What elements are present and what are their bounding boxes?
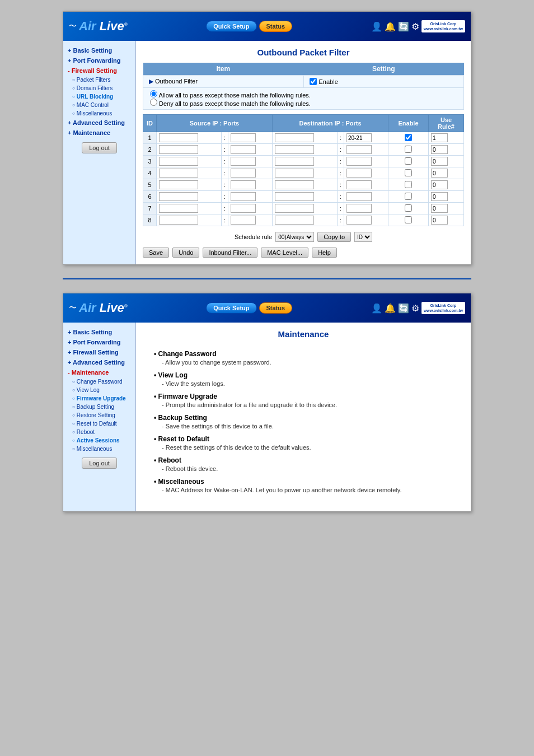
undo-button[interactable]: Undo bbox=[172, 248, 199, 258]
gear-icon-2[interactable]: ⚙ bbox=[411, 303, 419, 314]
rule-input[interactable] bbox=[431, 204, 448, 213]
dst-ip-input[interactable] bbox=[275, 216, 314, 225]
rule-input[interactable] bbox=[431, 133, 448, 142]
inbound-filter-button[interactable]: Inbound Filter... bbox=[203, 248, 257, 258]
sidebar2-active-sessions[interactable]: Active Sessions bbox=[63, 436, 135, 445]
row-enable-checkbox[interactable] bbox=[405, 193, 412, 200]
dst-ip-input[interactable] bbox=[275, 169, 314, 178]
user-icon-2[interactable]: 👤 bbox=[371, 303, 382, 314]
enable-checkbox[interactable] bbox=[310, 78, 317, 85]
row-enable-checkbox[interactable] bbox=[405, 157, 412, 165]
sidebar-subitem-url-blocking[interactable]: URL Blocking bbox=[63, 92, 135, 101]
sidebar2-reset-to-default[interactable]: Reset to Default bbox=[63, 419, 135, 428]
schedule-select[interactable]: 00)Always bbox=[275, 232, 314, 242]
src-port-input[interactable] bbox=[231, 133, 256, 142]
dst-port-input[interactable] bbox=[346, 157, 372, 166]
dst-ip-input[interactable] bbox=[275, 145, 314, 154]
quick-setup-btn-2[interactable]: Quick Setup bbox=[206, 302, 256, 314]
radio-allow-input[interactable] bbox=[150, 90, 157, 97]
dst-ip-input[interactable] bbox=[275, 192, 314, 201]
dst-port-input[interactable] bbox=[346, 204, 372, 213]
sidebar-subitem-domain-filters[interactable]: Domain Filters bbox=[63, 84, 135, 92]
dst-port-input[interactable] bbox=[346, 216, 372, 225]
item-title[interactable]: Change Password bbox=[154, 350, 453, 358]
dst-ip-input[interactable] bbox=[275, 157, 314, 166]
rule-input[interactable] bbox=[431, 157, 448, 166]
user-icon[interactable]: 👤 bbox=[371, 21, 382, 32]
dst-port-input[interactable] bbox=[346, 145, 372, 154]
save-button[interactable]: Save bbox=[143, 248, 169, 258]
sidebar-subitem-mac-control[interactable]: MAC Control bbox=[63, 101, 135, 109]
sidebar-item-basic-setting[interactable]: Basic Setting bbox=[63, 45, 135, 55]
refresh-icon-2[interactable]: 🔄 bbox=[398, 303, 409, 314]
dst-port-input[interactable] bbox=[346, 133, 372, 142]
dst-ip-input[interactable] bbox=[275, 180, 314, 189]
dst-port-input[interactable] bbox=[346, 169, 372, 178]
sidebar2-view-log[interactable]: View Log bbox=[63, 386, 135, 394]
src-ip-input[interactable] bbox=[159, 169, 198, 178]
dst-port-input[interactable] bbox=[346, 192, 372, 201]
copy-to-select[interactable]: ID -- bbox=[354, 232, 372, 242]
src-port-input[interactable] bbox=[231, 169, 256, 178]
src-ip-input[interactable] bbox=[159, 145, 198, 154]
sidebar2-basic-setting[interactable]: Basic Setting bbox=[63, 327, 135, 337]
item-title[interactable]: View Log bbox=[154, 371, 453, 379]
radio-deny-input[interactable] bbox=[150, 99, 157, 106]
row-enable-checkbox[interactable] bbox=[405, 181, 412, 188]
src-ip-input[interactable] bbox=[159, 192, 198, 201]
rule-input[interactable] bbox=[431, 145, 448, 154]
src-port-input[interactable] bbox=[231, 157, 256, 166]
logout-button-2[interactable]: Log out bbox=[82, 458, 117, 469]
status-btn-2[interactable]: Status bbox=[259, 302, 293, 314]
sidebar2-change-password[interactable]: Change Password bbox=[63, 377, 135, 386]
src-ip-input[interactable] bbox=[159, 133, 198, 142]
src-ip-input[interactable] bbox=[159, 180, 198, 189]
item-title[interactable]: Firmware Upgrade bbox=[154, 393, 453, 400]
dst-port-input[interactable] bbox=[346, 180, 372, 189]
sidebar2-firewall-setting[interactable]: Firewall Setting bbox=[63, 347, 135, 357]
mac-level-button[interactable]: MAC Level... bbox=[261, 248, 308, 258]
src-port-input[interactable] bbox=[231, 145, 256, 154]
sidebar2-miscellaneous[interactable]: Miscellaneous bbox=[63, 445, 135, 453]
sidebar2-restore-setting[interactable]: Restore Setting bbox=[63, 411, 135, 419]
sidebar2-backup-setting[interactable]: Backup Setting bbox=[63, 403, 135, 411]
bell-icon-2[interactable]: 🔔 bbox=[385, 303, 396, 314]
item-title[interactable]: Reset to Default bbox=[154, 435, 453, 443]
sidebar-subitem-miscellaneous[interactable]: Miscellaneous bbox=[63, 109, 135, 118]
help-button[interactable]: Help bbox=[312, 248, 337, 258]
dst-ip-input[interactable] bbox=[275, 133, 314, 142]
item-title[interactable]: Miscellaneous bbox=[154, 478, 453, 486]
rule-input[interactable] bbox=[431, 169, 448, 178]
quick-setup-btn[interactable]: Quick Setup bbox=[206, 21, 256, 32]
row-enable-checkbox[interactable] bbox=[405, 204, 412, 212]
src-ip-input[interactable] bbox=[159, 204, 198, 213]
row-enable-checkbox[interactable] bbox=[405, 134, 412, 141]
row-enable-checkbox[interactable] bbox=[405, 216, 412, 223]
rule-input[interactable] bbox=[431, 180, 448, 189]
sidebar2-reboot[interactable]: Reboot bbox=[63, 428, 135, 436]
row-enable-checkbox[interactable] bbox=[405, 146, 412, 153]
item-title[interactable]: Reboot bbox=[154, 456, 453, 464]
refresh-icon[interactable]: 🔄 bbox=[398, 21, 409, 32]
logout-button[interactable]: Log out bbox=[82, 142, 117, 153]
src-port-input[interactable] bbox=[231, 204, 256, 213]
gear-icon[interactable]: ⚙ bbox=[411, 21, 419, 32]
rule-input[interactable] bbox=[431, 192, 448, 201]
sidebar2-maintenance[interactable]: Maintenance bbox=[63, 367, 135, 377]
bell-icon[interactable]: 🔔 bbox=[385, 21, 396, 32]
src-port-input[interactable] bbox=[231, 192, 256, 201]
sidebar-item-port-forwarding[interactable]: Port Forwarding bbox=[63, 55, 135, 66]
sidebar2-firmware-upgrade[interactable]: Firmware Upgrade bbox=[63, 394, 135, 403]
dst-ip-input[interactable] bbox=[275, 204, 314, 213]
sidebar-item-firewall-setting[interactable]: Firewall Setting bbox=[63, 66, 135, 76]
src-ip-input[interactable] bbox=[159, 157, 198, 166]
row-enable-checkbox[interactable] bbox=[405, 169, 412, 176]
src-ip-input[interactable] bbox=[159, 216, 198, 225]
status-btn[interactable]: Status bbox=[259, 21, 293, 32]
sidebar2-port-forwarding[interactable]: Port Forwarding bbox=[63, 337, 135, 347]
sidebar2-advanced-setting[interactable]: Advanced Setting bbox=[63, 357, 135, 367]
src-port-input[interactable] bbox=[231, 216, 256, 225]
copy-to-btn[interactable]: Copy to bbox=[317, 232, 351, 242]
rule-input[interactable] bbox=[431, 216, 448, 225]
sidebar-subitem-packet-filters[interactable]: Packet Filters bbox=[63, 76, 135, 84]
